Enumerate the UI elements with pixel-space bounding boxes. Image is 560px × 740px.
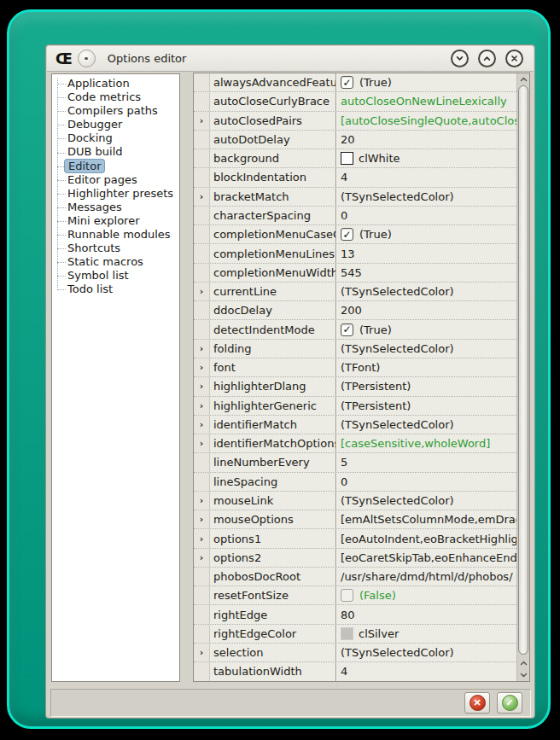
titlebar[interactable]: Œ Options editor xyxy=(47,46,534,72)
property-row[interactable]: ›highlighterDlang(TPersistent) xyxy=(194,377,516,396)
property-name[interactable]: tabulationWidth xyxy=(210,662,335,680)
expand-arrow-icon[interactable]: › xyxy=(194,397,210,415)
property-row[interactable]: rightEdgeColorclSilver xyxy=(194,625,516,644)
accept-button[interactable]: ✓ xyxy=(497,692,522,714)
property-row[interactable]: ›highlighterGeneric(TPersistent) xyxy=(194,397,516,416)
property-value[interactable]: [eoCaretSkipTab,eoEnhanceEndKe xyxy=(335,549,516,567)
property-name[interactable]: options2 xyxy=(210,549,335,567)
property-row[interactable]: completionMenuCaseCare✓(True) xyxy=(194,225,516,244)
property-row[interactable]: ›autoClosedPairs[autoCloseSingleQuote,au… xyxy=(194,112,516,131)
property-name[interactable]: mouseLink xyxy=(210,492,335,510)
property-name[interactable]: autoClosedPairs xyxy=(210,112,335,130)
property-name[interactable]: highlighterGeneric xyxy=(210,397,335,415)
property-name[interactable]: alwaysAdvancedFeatures xyxy=(210,73,335,91)
property-row[interactable]: ›folding(TSynSelectedColor) xyxy=(194,340,516,358)
sidebar-item-runnable-modules[interactable]: Runnable modules xyxy=(52,228,179,242)
sidebar-item-dub-build[interactable]: DUB build xyxy=(52,145,179,159)
property-row[interactable]: completionMenuWidth545 xyxy=(194,264,516,283)
sidebar-item-todo-list[interactable]: Todo list xyxy=(52,283,179,296)
property-row[interactable]: ›identifierMatch(TSynSelectedColor) xyxy=(194,416,516,434)
property-row[interactable]: phobosDocRoot/usr/share/dmd/html/d/phobo… xyxy=(194,568,516,586)
property-value[interactable]: [autoCloseSingleQuote,autoCloseD xyxy=(335,112,516,130)
property-row[interactable]: lineSpacing0 xyxy=(194,473,516,492)
expand-arrow-icon[interactable]: › xyxy=(194,283,210,300)
property-row[interactable]: ›identifierMatchOptions[caseSensitive,wh… xyxy=(194,434,516,453)
property-name[interactable]: autoDotDelay xyxy=(210,131,335,149)
property-row[interactable]: ›currentLine(TSynSelectedColor) xyxy=(194,283,516,301)
property-name[interactable]: autoCloseCurlyBrace xyxy=(210,92,335,110)
property-value[interactable]: clWhite xyxy=(335,149,516,167)
property-name[interactable]: highlighterDlang xyxy=(210,377,335,395)
property-name[interactable]: font xyxy=(210,358,335,376)
property-name[interactable]: lineNumberEvery xyxy=(210,453,335,471)
property-row[interactable]: rightEdge80 xyxy=(194,605,516,624)
property-value[interactable]: clSilver xyxy=(335,625,516,643)
property-name[interactable]: rightEdgeColor xyxy=(210,625,335,643)
property-name[interactable]: detectIndentMode xyxy=(210,320,335,338)
property-value[interactable]: 0 xyxy=(335,473,516,491)
maximize-button[interactable] xyxy=(478,50,496,67)
sidebar-item-highlighter-presets[interactable]: Highlighter presets xyxy=(52,187,179,201)
sidebar-item-mini-explorer[interactable]: Mini explorer xyxy=(52,214,179,228)
property-row[interactable]: ›bracketMatch(TSynSelectedColor) xyxy=(194,188,516,207)
expand-arrow-icon[interactable]: › xyxy=(194,434,210,452)
property-value[interactable]: 200 xyxy=(335,301,516,319)
sidebar-item-debugger[interactable]: Debugger xyxy=(52,118,179,131)
value-checkbox[interactable]: ✓ xyxy=(341,323,353,336)
property-name[interactable]: selection xyxy=(210,644,335,661)
property-value[interactable]: autoCloseOnNewLineLexically xyxy=(335,92,516,110)
value-checkbox[interactable]: ✓ xyxy=(341,76,353,89)
property-name[interactable]: lineSpacing xyxy=(210,473,335,491)
property-row[interactable]: blockIndentation4 xyxy=(194,168,516,187)
property-name[interactable]: bracketMatch xyxy=(210,188,335,206)
property-row[interactable]: completionMenuLines13 xyxy=(194,244,516,263)
property-value[interactable]: 545 xyxy=(335,264,516,282)
property-value[interactable]: (TSynSelectedColor) xyxy=(335,644,516,661)
property-row[interactable]: ›options2[eoCaretSkipTab,eoEnhanceEndKe xyxy=(194,549,516,568)
expand-arrow-icon[interactable]: › xyxy=(194,112,210,130)
property-value[interactable]: 0 xyxy=(335,207,516,224)
property-name[interactable]: identifierMatchOptions xyxy=(210,434,335,452)
property-name[interactable]: resetFontSize xyxy=(210,586,335,604)
property-row[interactable]: ddocDelay200 xyxy=(194,301,516,320)
sidebar-item-editor-pages[interactable]: Editor pages xyxy=(52,173,179,187)
sidebar-item-application[interactable]: Application xyxy=(52,77,179,90)
property-row[interactable]: ›mouseLink(TSynSelectedColor) xyxy=(194,492,516,510)
property-row[interactable]: characterSpacing0 xyxy=(194,207,516,225)
property-name[interactable]: characterSpacing xyxy=(210,207,335,224)
grid-scrollbar[interactable] xyxy=(516,73,529,681)
property-row[interactable]: backgroundclWhite xyxy=(194,149,516,168)
property-name[interactable]: completionMenuCaseCare xyxy=(210,225,335,243)
property-name[interactable]: phobosDocRoot xyxy=(210,568,335,586)
expand-arrow-icon[interactable]: › xyxy=(194,377,210,395)
property-row[interactable]: autoCloseCurlyBraceautoCloseOnNewLineLex… xyxy=(194,92,516,111)
property-value[interactable]: ✓(True) xyxy=(335,225,516,243)
property-value[interactable]: [eoAutoIndent,eoBracketHighlight xyxy=(335,529,516,547)
sidebar-item-symbol-list[interactable]: Symbol list xyxy=(52,269,179,283)
property-row[interactable]: ›font(TFont) xyxy=(194,358,516,377)
property-value[interactable]: (TFont) xyxy=(335,358,516,376)
property-value[interactable]: (TSynSelectedColor) xyxy=(335,492,516,510)
scroll-up-button-bottom[interactable] xyxy=(517,657,529,669)
property-name[interactable]: folding xyxy=(210,340,335,358)
expand-arrow-icon[interactable]: › xyxy=(194,644,210,661)
window-menu-button[interactable] xyxy=(78,50,96,67)
scroll-up-button[interactable] xyxy=(517,73,529,85)
sidebar-item-messages[interactable]: Messages xyxy=(52,201,179,214)
property-value[interactable]: (TSynSelectedColor) xyxy=(335,188,516,206)
property-value[interactable]: (False) xyxy=(335,586,516,604)
property-value[interactable]: 4 xyxy=(335,168,516,186)
property-name[interactable]: identifierMatch xyxy=(210,416,335,434)
property-value[interactable]: /usr/share/dmd/html/d/phobos/ xyxy=(335,568,516,586)
property-row[interactable]: tabulationWidth4 xyxy=(194,662,516,681)
property-name[interactable]: mouseOptions xyxy=(210,510,335,528)
sidebar-item-code-metrics[interactable]: Code metrics xyxy=(52,90,179,104)
cancel-button[interactable]: ✕ xyxy=(464,692,490,714)
property-row[interactable]: resetFontSize(False) xyxy=(194,586,516,605)
sidebar-item-editor[interactable]: Editor xyxy=(52,160,179,173)
property-value[interactable]: [caseSensitive,wholeWord] xyxy=(335,434,516,452)
sidebar-item-compilers-paths[interactable]: Compilers paths xyxy=(52,104,179,118)
expand-arrow-icon[interactable]: › xyxy=(194,549,210,567)
expand-arrow-icon[interactable]: › xyxy=(194,340,210,358)
property-name[interactable]: currentLine xyxy=(210,283,335,300)
